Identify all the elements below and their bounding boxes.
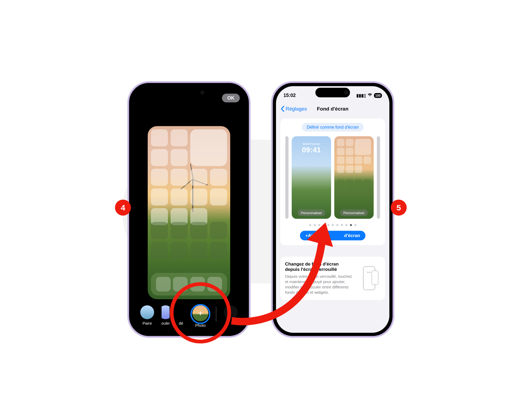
lockscreen-thumb[interactable]: Mardi 9 janvier 09:41 Personnaliser bbox=[292, 136, 331, 219]
option-paire[interactable]: Paire bbox=[140, 305, 154, 325]
status-time: 15:02 bbox=[283, 93, 296, 98]
define-wallpaper-button[interactable]: Définir comme fond d'écran bbox=[302, 123, 363, 131]
dynamic-island bbox=[315, 88, 350, 97]
next-pair-peek[interactable] bbox=[377, 136, 380, 219]
homescreen-thumb[interactable]: Personnaliser bbox=[334, 136, 374, 219]
option-couleur-label: Couleur bbox=[162, 321, 170, 325]
nav-bar: Réglages Fond d'écran bbox=[276, 102, 389, 115]
callout-arrow bbox=[229, 219, 343, 331]
dynamic-island bbox=[172, 88, 206, 97]
lockscreen-date: Mardi 9 janvier bbox=[302, 142, 321, 145]
battery-badge: 100 bbox=[374, 93, 382, 98]
option-couleur[interactable]: Couleur bbox=[162, 305, 170, 325]
svg-marker-0 bbox=[307, 219, 338, 247]
ok-button[interactable]: OK bbox=[222, 93, 240, 102]
step-badge-5: 5 bbox=[391, 199, 407, 215]
chevron-left-icon bbox=[281, 106, 285, 112]
back-label: Réglages bbox=[286, 106, 307, 112]
step-badge-4: 4 bbox=[115, 199, 131, 215]
lockscreen-time: 09:41 bbox=[302, 145, 321, 154]
callout-circle-photo bbox=[170, 282, 231, 343]
app-grid-bottom bbox=[151, 222, 227, 259]
add-button-right: d'écran bbox=[344, 233, 360, 238]
option-paire-label: Paire bbox=[142, 321, 152, 325]
home-screen-preview[interactable] bbox=[148, 126, 230, 299]
customize-home-button[interactable]: Personnaliser bbox=[340, 209, 368, 216]
prev-pair-peek[interactable] bbox=[285, 136, 289, 219]
back-button[interactable]: Réglages bbox=[281, 106, 307, 112]
info-illustration bbox=[358, 261, 380, 295]
customize-lock-button[interactable]: Personnaliser bbox=[298, 209, 325, 216]
wifi-icon bbox=[368, 93, 372, 98]
signal-icon: ▮▮▮▯ bbox=[356, 93, 366, 98]
nav-title: Fond d'écran bbox=[317, 106, 349, 112]
app-grid-top bbox=[151, 129, 227, 225]
